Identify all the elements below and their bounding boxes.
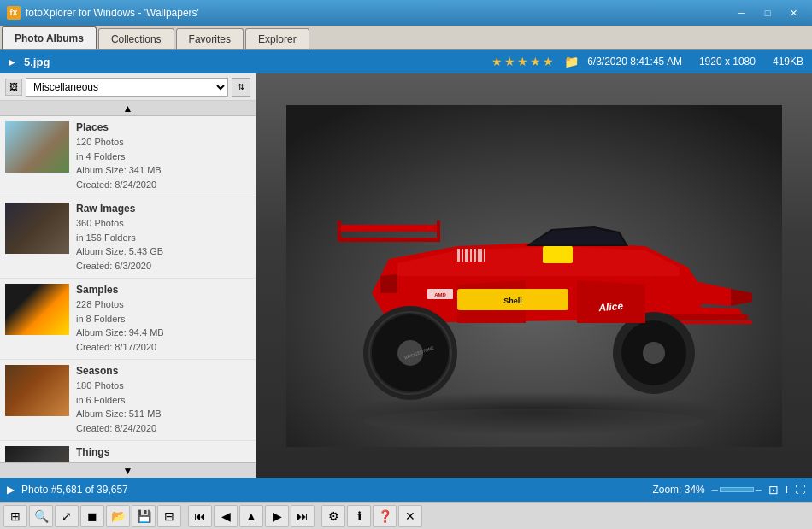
minimize-button[interactable]: ─ (730, 4, 754, 21)
scroll-down-button[interactable]: ▼ (0, 462, 256, 478)
album-detail-places: 120 Photosin 4 FoldersAlbum Size: 341 MB… (76, 135, 250, 191)
filter-sort-button[interactable]: ⇅ (232, 78, 250, 97)
app-icon: fX (7, 6, 21, 20)
svg-rect-4 (338, 220, 341, 242)
album-name-raw-images: Raw Images (76, 203, 250, 215)
svg-rect-27 (478, 249, 482, 262)
album-thumb-places (5, 121, 69, 173)
album-thumb-raw-images (5, 203, 69, 254)
tab-photo-albums[interactable]: Photo Albums (2, 26, 97, 49)
image-date: 6/3/2020 8:41:45 AM (587, 56, 682, 68)
close-button[interactable]: ✕ (781, 4, 805, 21)
album-info-samples: Samples228 Photosin 8 FoldersAlbum Size:… (76, 284, 250, 354)
svg-rect-17 (543, 246, 573, 263)
toolbar-btn-close2[interactable]: ✕ (398, 505, 422, 527)
toolbar-btn-save[interactable]: 💾 (132, 505, 156, 527)
svg-rect-22 (457, 249, 460, 262)
info-bar: ▶ 5.jpg ★★★★★ 📁 6/3/2020 8:41:45 AM 1920… (0, 50, 812, 73)
filename: 5.jpg (24, 56, 50, 68)
zoom-bar[interactable]: ─ ─ (712, 485, 762, 495)
toolbar-btn-frame[interactable]: ⊞ (3, 505, 27, 527)
toolbar-btn-grid[interactable]: ⊟ (157, 505, 181, 527)
tab-bar: Photo Albums Collections Favorites Explo… (0, 26, 812, 50)
svg-text:AMD: AMD (434, 292, 446, 297)
star-rating[interactable]: ★★★★★ (491, 55, 556, 68)
play-icon: ▶ (9, 57, 15, 67)
svg-point-29 (363, 409, 705, 434)
fullscreen-icon[interactable]: ⛶ (795, 484, 805, 496)
status-bar: ▶ Photo #5,681 of 39,657 Zoom: 34% ─ ─ ⊡… (0, 478, 812, 502)
main-layout: 🖼 Miscellaneous All Albums Recent ⇅ ▲ Pl… (0, 73, 812, 478)
filter-icon: 🖼 (5, 79, 22, 96)
album-detail-things: 150 Photosin 5 FoldersAlbum Size: 429 MB… (76, 460, 250, 462)
folder-icon[interactable]: 📁 (564, 55, 579, 68)
album-name-things: Things (76, 446, 250, 458)
image-meta: 6/3/2020 8:41:45 AM 1920 x 1080 419KB (587, 56, 803, 68)
svg-rect-25 (470, 249, 472, 262)
toolbar-btn-search[interactable]: 🔍 (29, 505, 53, 527)
toolbar-btn-enhance[interactable]: ◼ (80, 505, 104, 527)
photo-info: Photo #5,681 of 39,657 (21, 484, 128, 496)
album-info-things: Things150 Photosin 5 FoldersAlbum Size: … (76, 446, 250, 462)
svg-rect-23 (462, 249, 463, 262)
zoom-label: Zoom: 34% (652, 484, 704, 496)
svg-rect-24 (465, 249, 468, 262)
album-item-raw-images[interactable]: Raw Images360 Photosin 156 FoldersAlbum … (0, 197, 256, 279)
svg-rect-2 (338, 225, 440, 232)
svg-rect-26 (474, 249, 476, 262)
album-info-seasons: Seasons180 Photosin 6 FoldersAlbum Size:… (76, 365, 250, 435)
album-detail-samples: 228 Photosin 8 FoldersAlbum Size: 94.4 M… (76, 297, 250, 354)
albums-list: Places120 Photosin 4 FoldersAlbum Size: … (0, 116, 256, 462)
svg-rect-5 (437, 220, 440, 242)
album-filter-dropdown[interactable]: Miscellaneous All Albums Recent (26, 78, 228, 97)
window-controls: ─ □ ✕ (730, 4, 805, 21)
toolbar-btn-settings[interactable]: ⚙ (321, 505, 345, 527)
tab-explorer[interactable]: Explorer (245, 28, 309, 49)
maximize-button[interactable]: □ (756, 4, 780, 21)
zoom-fit-icon[interactable]: ⊡ (768, 483, 779, 497)
toolbar-btn-help[interactable]: ❓ (373, 505, 397, 527)
tab-favorites[interactable]: Favorites (176, 28, 244, 49)
scroll-up-button[interactable]: ▲ (0, 101, 256, 116)
toolbar-btn-up[interactable]: ▲ (239, 505, 263, 527)
f1-car-image: Shell AMD BRIDGESTONE Alice (286, 105, 782, 447)
album-detail-raw-images: 360 Photosin 156 FoldersAlbum Size: 5.43… (76, 216, 250, 273)
app-title: fotoXplorer for Windows - 'Wallpapers' (26, 7, 199, 19)
toolbar-btn-last[interactable]: ⏭ (291, 505, 315, 527)
album-item-seasons[interactable]: Seasons180 Photosin 6 FoldersAlbum Size:… (0, 360, 256, 441)
album-item-places[interactable]: Places120 Photosin 4 FoldersAlbum Size: … (0, 116, 256, 197)
svg-text:Alice: Alice (597, 299, 624, 314)
zoom-100-icon[interactable]: I (786, 485, 788, 495)
title-bar: fX fotoXplorer for Windows - 'Wallpapers… (0, 0, 812, 26)
image-display-area: Shell AMD BRIDGESTONE Alice (256, 73, 812, 478)
album-item-samples[interactable]: Samples228 Photosin 8 FoldersAlbum Size:… (0, 279, 256, 360)
left-panel: 🖼 Miscellaneous All Albums Recent ⇅ ▲ Pl… (0, 73, 256, 478)
image-dimensions: 1920 x 1080 (699, 56, 756, 68)
album-thumb-things (5, 446, 69, 462)
album-info-places: Places120 Photosin 4 FoldersAlbum Size: … (76, 121, 250, 191)
album-detail-seasons: 180 Photosin 6 FoldersAlbum Size: 511 MB… (76, 379, 250, 435)
toolbar-btn-prev[interactable]: ◀ (214, 505, 238, 527)
toolbar-btn-info[interactable]: ℹ (347, 505, 371, 527)
album-info-raw-images: Raw Images360 Photosin 156 FoldersAlbum … (76, 203, 250, 273)
album-item-things[interactable]: Things150 Photosin 5 FoldersAlbum Size: … (0, 441, 256, 462)
toolbar-btn-resize[interactable]: ⤢ (55, 505, 79, 527)
tab-collections[interactable]: Collections (98, 28, 174, 49)
status-play-icon: ▶ (7, 484, 15, 496)
album-name-places: Places (76, 121, 250, 133)
album-thumb-seasons (5, 365, 69, 416)
album-name-seasons: Seasons (76, 365, 250, 377)
toolbar-btn-next[interactable]: ▶ (265, 505, 289, 527)
svg-rect-3 (338, 238, 440, 242)
toolbar-btn-open[interactable]: 📂 (106, 505, 130, 527)
filter-bar: 🖼 Miscellaneous All Albums Recent ⇅ (0, 73, 256, 101)
album-thumb-samples (5, 284, 69, 335)
svg-rect-28 (484, 249, 485, 262)
bottom-toolbar: ⊞🔍⤢◼📂💾⊟⏮◀▲▶⏭⚙ℹ❓✕ (0, 502, 812, 529)
toolbar-btn-first[interactable]: ⏮ (188, 505, 212, 527)
album-name-samples: Samples (76, 284, 250, 296)
image-filesize: 419KB (773, 56, 803, 68)
svg-text:Shell: Shell (503, 297, 522, 305)
svg-point-14 (643, 342, 665, 364)
image-viewer: Shell AMD BRIDGESTONE Alice (256, 73, 812, 478)
